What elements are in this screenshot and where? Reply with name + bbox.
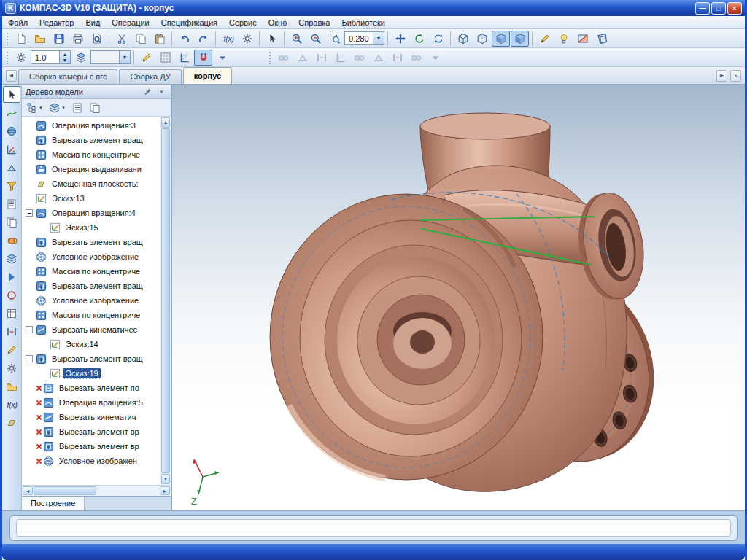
print-button[interactable]: [69, 31, 87, 47]
shaded-button[interactable]: [492, 31, 510, 47]
current-state-settings-button[interactable]: [12, 50, 30, 66]
geometry-button[interactable]: [137, 50, 155, 66]
open-button[interactable]: [31, 31, 49, 47]
menu-item-6[interactable]: Окно: [263, 16, 293, 29]
tree-item[interactable]: Вырезать элемент вращ: [22, 133, 160, 147]
doc-tab-0[interactable]: Сборка камеры с пгс: [18, 69, 117, 84]
properties-button[interactable]: [238, 31, 256, 47]
hidden-lines-button[interactable]: [473, 31, 491, 47]
menu-item-4[interactable]: Спецификация: [155, 16, 223, 29]
panel-circle-tool-button[interactable]: [3, 287, 20, 303]
tree-item[interactable]: Эскиз:15: [22, 220, 160, 235]
tree-item[interactable]: Операция выдавливани: [22, 162, 160, 176]
scroll-left-icon[interactable]: ◄: [23, 486, 33, 495]
panel-reports-button[interactable]: [3, 214, 20, 230]
snaps-options-button[interactable]: [213, 50, 231, 66]
close-button[interactable]: ×: [727, 2, 742, 15]
shaded-with-edges-button[interactable]: [511, 31, 529, 47]
panel-library-button[interactable]: [3, 378, 20, 394]
model-3d[interactable]: Z: [172, 85, 745, 510]
tree-item[interactable]: Операция вращения:3: [22, 118, 160, 133]
scroll-up-icon[interactable]: ▲: [161, 117, 170, 128]
redo-button[interactable]: [194, 31, 212, 47]
dropdown-arrow-icon[interactable]: ▼: [119, 51, 130, 63]
panel-surfaces-button[interactable]: [3, 122, 20, 139]
grid-button[interactable]: [156, 50, 174, 66]
variables-button[interactable]: f(x): [219, 31, 237, 47]
cut-button[interactable]: [112, 31, 131, 47]
new-document-button[interactable]: [12, 31, 30, 47]
perspective-button[interactable]: [592, 31, 611, 47]
panel-macro-button[interactable]: [3, 359, 20, 376]
paste-button[interactable]: [150, 31, 169, 47]
panel-measurements-button[interactable]: [3, 159, 20, 176]
expander-minus-icon[interactable]: [26, 209, 33, 217]
doc-tab-2[interactable]: корпус: [183, 67, 232, 84]
print-preview-button[interactable]: [88, 31, 106, 47]
tree-item[interactable]: Вырезать элемент вр: [22, 439, 160, 454]
tree-item[interactable]: Условное изображен: [22, 454, 160, 468]
menu-item-5[interactable]: Сервис: [223, 16, 263, 29]
copy-button[interactable]: [131, 31, 150, 47]
menu-item-0[interactable]: Файл: [2, 16, 34, 29]
menu-item-1[interactable]: Редактор: [34, 16, 80, 29]
tree-item[interactable]: Массив по концентриче: [22, 264, 160, 279]
tree-horizontal-scrollbar[interactable]: ◄ ►: [22, 485, 171, 496]
tree-item[interactable]: Вырезать элемент по: [22, 381, 160, 395]
panel-designations-button[interactable]: [3, 341, 20, 358]
panel-filters-button[interactable]: [3, 177, 20, 194]
menu-item-8[interactable]: Библиотеки: [336, 16, 391, 29]
save-button[interactable]: [50, 31, 68, 47]
spinner-icon[interactable]: ▲▼: [59, 51, 70, 63]
tree-close-icon[interactable]: ×: [156, 87, 167, 97]
panel-sheet-metal-button[interactable]: [3, 250, 20, 267]
scroll-track[interactable]: [97, 486, 159, 495]
tab-construction[interactable]: Построение: [22, 497, 85, 510]
tab-close-button[interactable]: ×: [730, 70, 741, 82]
tree-item[interactable]: Вырезать элемент вр: [22, 424, 160, 439]
snaps-button[interactable]: [194, 50, 212, 66]
panel-variables-button[interactable]: f(x): [3, 396, 20, 413]
panel-specification-button[interactable]: [3, 195, 20, 212]
expander-minus-icon[interactable]: [26, 355, 33, 362]
spin-up-icon[interactable]: ▲: [63, 52, 68, 58]
menu-item-2[interactable]: Вид: [80, 16, 106, 29]
doc-tab-1[interactable]: Сборка ДУ: [119, 69, 181, 84]
panel-plane-button[interactable]: [3, 414, 20, 431]
tree-item[interactable]: Массив по концентриче: [22, 147, 160, 162]
scroll-down-icon[interactable]: ▼: [161, 474, 170, 484]
ortho-drawing-button[interactable]: [175, 50, 193, 66]
minimize-button[interactable]: —: [695, 2, 710, 15]
tree-item[interactable]: Смещенная плоскость:: [22, 176, 160, 191]
panel-dimensions-button[interactable]: [3, 323, 20, 340]
spin-down-icon[interactable]: ▼: [63, 58, 68, 63]
tree-item[interactable]: Операция вращения:4: [22, 206, 160, 220]
tree-item[interactable]: Эскиз:19: [22, 366, 160, 381]
layers-button[interactable]: [71, 50, 90, 66]
viewport-3d[interactable]: Z: [172, 85, 745, 510]
tree-item[interactable]: Вырезать элемент вращ: [22, 235, 160, 249]
tree-vertical-scrollbar[interactable]: ▲ ▼: [160, 117, 171, 485]
tab-scroll-left-button[interactable]: ◄: [6, 70, 17, 82]
tree-item[interactable]: Эскиз:13: [22, 191, 160, 206]
tab-scroll-right-button[interactable]: ►: [716, 70, 727, 82]
rotate-button[interactable]: [410, 31, 428, 47]
panel-body-elements-button[interactable]: [3, 268, 20, 285]
panel-grid-tool-button[interactable]: [3, 305, 20, 322]
tree-relations-button[interactable]: [87, 101, 103, 115]
current-scale-combo[interactable]: 0.280▼: [344, 31, 384, 45]
zoom-area-button[interactable]: [325, 31, 344, 47]
tree-structure-button[interactable]: ▼: [24, 101, 45, 115]
expander-minus-icon[interactable]: [26, 326, 33, 333]
pointer-button[interactable]: [263, 31, 281, 47]
menu-item-3[interactable]: Операции: [106, 16, 155, 29]
section-view-button[interactable]: [573, 31, 592, 47]
tree-item[interactable]: Условное изображение: [22, 293, 160, 308]
sketch-mode-button[interactable]: [535, 31, 554, 47]
tree-item[interactable]: Операция вращения:5: [22, 395, 160, 410]
panel-auxiliary-geometry-button[interactable]: [3, 141, 20, 158]
pin-icon[interactable]: [142, 87, 153, 97]
step-value-combo[interactable]: 1.0▲▼: [31, 50, 71, 64]
tree-item[interactable]: Эскиз:14: [22, 337, 160, 351]
tree-item[interactable]: Условное изображение: [22, 249, 160, 264]
